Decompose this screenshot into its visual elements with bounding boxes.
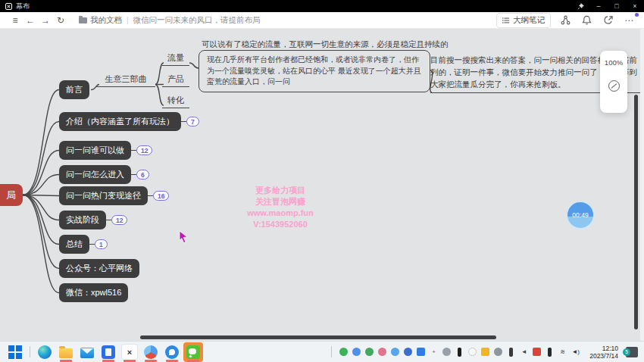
mail-taskbar-button[interactable]	[77, 342, 97, 362]
pin-icon[interactable]	[571, 0, 589, 12]
watermark-line: 更多给力项目	[227, 185, 333, 196]
blue-square-tray-icon[interactable]	[416, 347, 426, 357]
close-button[interactable]: ×	[626, 0, 644, 12]
theme-icon[interactable]	[608, 80, 620, 92]
share-graph-icon[interactable]	[558, 14, 572, 27]
watermark-line: V:1543952060	[227, 219, 333, 230]
horizontal-scrollbar[interactable]	[140, 335, 496, 339]
badge-connector	[148, 195, 153, 197]
badge-connector	[106, 220, 111, 221]
sync-tray-icon[interactable]	[352, 347, 361, 357]
chat-app-icon	[165, 345, 179, 359]
toolbar: ≡ ← → ↻ 我的文档 | 微信问一问未来的风口，请提前布局 大纲笔记	[0, 12, 644, 29]
white-tray-icon[interactable]	[467, 347, 477, 357]
mouse-cursor	[179, 230, 189, 244]
mindmap-node[interactable]: 公众号：心平网络	[59, 259, 139, 278]
wechat-taskbar-button[interactable]	[183, 342, 203, 362]
wechat-icon	[186, 345, 200, 359]
todo-app-icon	[102, 345, 115, 359]
taskbar-clock[interactable]: 12:10 2023/7/14	[589, 345, 618, 360]
more-menu-button[interactable]: ⋯	[622, 15, 636, 26]
pink-tray-icon[interactable]	[377, 347, 387, 357]
bell-icon[interactable]	[580, 14, 593, 27]
watermark-line: www.maomp.fun	[227, 208, 333, 219]
taskbar-separator	[30, 346, 30, 357]
gray-tray-icon[interactable]	[442, 347, 452, 357]
node-count-badge[interactable]: 1	[95, 239, 108, 249]
breadcrumb[interactable]: 我的文档	[79, 15, 122, 26]
mindmap-root-node[interactable]: 局	[0, 184, 23, 206]
window-edge	[640, 29, 644, 341]
volume-tray-icon[interactable]: ◄)	[571, 347, 580, 357]
expand-tray-icon[interactable]: +	[429, 347, 439, 357]
mic-tray-icon[interactable]	[455, 347, 464, 357]
green-dot-tray-icon[interactable]	[364, 347, 374, 357]
mindmap-canvas[interactable]: 局 前言介绍（内容涵盖了所有玩法）7问一问谁可以做12问一问怎么进入6问一问热门…	[0, 29, 644, 341]
zoom-panel: 100%	[600, 51, 627, 113]
meeting-app-taskbar-button[interactable]	[141, 342, 161, 362]
edge-icon	[38, 345, 52, 359]
cloud-blue-tray-icon[interactable]	[390, 347, 400, 357]
battery-tray-icon[interactable]	[545, 347, 555, 357]
taskbar: +◄≋◄) 12:10 2023/7/14 5	[0, 341, 644, 362]
mindmap-node[interactable]: 微信：xpwl516	[59, 283, 128, 302]
speaker-tray-icon[interactable]: ◄	[519, 347, 529, 357]
cloud-gray-tray-icon[interactable]	[493, 347, 503, 357]
wechat-tray-icon[interactable]	[339, 347, 349, 357]
refresh-icon[interactable]: ↻	[53, 14, 68, 27]
vertical-scrollbar[interactable]	[634, 95, 638, 329]
mubu-app-icon	[121, 344, 138, 360]
watermark: 更多给力项目关注冒泡网赚www.maomp.funV:1543952060	[227, 185, 333, 230]
explorer-taskbar-button[interactable]	[56, 342, 76, 362]
clock-date: 2023/7/14	[589, 352, 618, 360]
document-title: 微信问一问未来的风口，请提前布局	[133, 15, 261, 26]
node-count-badge[interactable]: 12	[111, 215, 127, 225]
notification-center-icon[interactable]: 5	[626, 347, 638, 357]
back-icon[interactable]: ←	[23, 14, 38, 27]
mindmap-node[interactable]: 问一问热门变现途径	[59, 186, 148, 205]
blue-tray-icon[interactable]	[403, 347, 413, 357]
mindmap-node[interactable]: 总结	[59, 235, 89, 254]
mindmap-node[interactable]: 实战阶段	[59, 211, 106, 229]
todo-app-taskbar-button[interactable]	[98, 342, 118, 362]
shield-tray-icon[interactable]	[480, 347, 490, 357]
node-count-badge[interactable]: 16	[153, 191, 169, 201]
branch-label-conversion[interactable]: 转化	[162, 95, 189, 108]
recording-timer-widget[interactable]: 00:49	[566, 201, 595, 229]
window-titlebar: 幕布 – □ ×	[0, 0, 644, 12]
node-count-badge[interactable]: 6	[136, 170, 149, 179]
outline-note-button[interactable]: 大纲笔记	[496, 13, 551, 28]
note-box[interactable]: 现在几乎所有平台创作者都已经饱和，或者说非常内卷了，但作为一个流量嗅觉灵敏，站在…	[199, 50, 430, 92]
node-count-badge[interactable]: 7	[186, 117, 199, 126]
forward-icon[interactable]: →	[38, 14, 53, 27]
start-taskbar-button[interactable]	[5, 342, 25, 362]
share-icon[interactable]	[601, 14, 614, 27]
badge-connector	[131, 150, 136, 151]
note-top[interactable]: 可以说有了稳定的流量，互联网一切生意的来源，必须是稳定且持续的	[202, 39, 452, 50]
minimize-button[interactable]: –	[589, 0, 608, 12]
security-tray-icon[interactable]	[532, 347, 542, 357]
chat-app-taskbar-button[interactable]	[162, 342, 182, 362]
badge-connector	[181, 121, 186, 123]
taskbar-separator	[331, 346, 332, 357]
mubu-logo-icon	[5, 3, 12, 10]
branch-label-product[interactable]: 产品	[162, 73, 189, 87]
branch-label-traffic[interactable]: 流量	[162, 52, 189, 66]
maximize-button[interactable]: □	[608, 0, 626, 12]
mindmap-node[interactable]: 介绍（内容涵盖了所有玩法）	[59, 112, 181, 131]
menu-icon[interactable]: ≡	[8, 14, 23, 27]
zoom-level[interactable]: 100%	[605, 58, 623, 67]
mubu-app-taskbar-button[interactable]	[120, 342, 139, 362]
phone-tray-icon[interactable]	[506, 347, 516, 357]
mindmap-node[interactable]: 前言	[59, 80, 89, 99]
window-title: 幕布	[16, 2, 30, 11]
badge-connector	[89, 244, 95, 245]
mindmap-node[interactable]: 问一问谁可以做	[59, 141, 131, 160]
breadcrumb-divider: |	[127, 16, 129, 24]
branch-label-trilogy[interactable]: 生意三部曲	[96, 73, 155, 87]
edge-taskbar-button[interactable]	[35, 342, 55, 362]
network-tray-icon[interactable]: ≋	[558, 347, 567, 357]
badge-connector	[131, 174, 136, 176]
node-count-badge[interactable]: 12	[136, 145, 152, 155]
mindmap-node[interactable]: 问一问怎么进入	[59, 165, 131, 184]
